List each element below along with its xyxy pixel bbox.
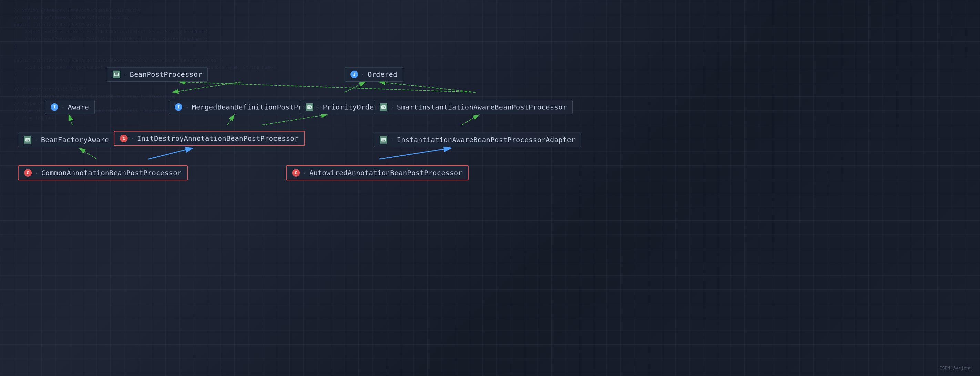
- separator: ·: [130, 135, 134, 142]
- node-label: Aware: [68, 103, 89, 111]
- node-label: AutowiredAnnotationBeanPostProcessor: [309, 169, 463, 177]
- node-Aware[interactable]: I · Aware: [45, 100, 95, 114]
- separator: ·: [316, 104, 320, 111]
- separator: ·: [390, 137, 394, 143]
- separator: ·: [185, 104, 189, 111]
- separator: ·: [61, 104, 65, 111]
- node-CommonAnnotationBeanPostProcessor[interactable]: C · CommonAnnotationBeanPostProcessor: [18, 165, 188, 181]
- svg-rect-22: [25, 138, 30, 141]
- grid-overlay: [0, 0, 980, 376]
- separator: ·: [123, 71, 127, 78]
- node-BeanFactoryAware[interactable]: · BeanFactoryAware: [18, 133, 115, 147]
- separator: ·: [35, 170, 38, 176]
- node-label: BeanPostProcessor: [130, 70, 202, 78]
- interface-icon: C: [24, 169, 32, 177]
- separator: ·: [303, 170, 306, 176]
- node-AutowiredAnnotationBeanPostProcessor[interactable]: C · AutowiredAnnotationBeanPostProcessor: [286, 165, 469, 181]
- watermark: CSDN @vrjohn: [939, 365, 972, 371]
- interface-icon: I: [175, 103, 182, 111]
- node-label: InstantiationAwareBeanPostProcessorAdapt…: [397, 136, 576, 144]
- interface-icon: I: [51, 103, 58, 111]
- class-icon: [24, 136, 31, 144]
- class-icon: [305, 103, 313, 111]
- node-label: BeanFactoryAware: [41, 136, 109, 144]
- svg-rect-16: [307, 106, 312, 108]
- node-label: SmartInstantiationAwareBeanPostProcessor: [397, 103, 567, 111]
- separator: ·: [390, 104, 394, 111]
- node-InitDestroyAnnotationBeanPostProcessor[interactable]: C · InitDestroyAnnotationBeanPostProcess…: [114, 131, 305, 146]
- class-icon: [380, 103, 387, 111]
- interface-icon: I: [350, 71, 358, 78]
- node-InstantiationAwareBeanPostProcessorAdapter[interactable]: · InstantiationAwareBeanPostProcessorAda…: [374, 133, 581, 147]
- node-label: CommonAnnotationBeanPostProcessor: [41, 169, 181, 177]
- svg-rect-13: [115, 73, 119, 76]
- interface-icon: C: [120, 135, 127, 142]
- separator: ·: [361, 71, 364, 78]
- interface-icon: C: [292, 169, 300, 177]
- separator: ·: [35, 137, 38, 143]
- class-icon: [113, 71, 120, 78]
- node-label: InitDestroyAnnotationBeanPostProcessor: [137, 134, 299, 143]
- node-label: Ordered: [368, 70, 397, 78]
- class-icon: [380, 136, 387, 144]
- node-SmartInstantiationAwareBeanPostProcessor[interactable]: · SmartInstantiationAwareBeanPostProcess…: [374, 100, 573, 114]
- node-BeanPostProcessor[interactable]: · BeanPostProcessor: [107, 67, 208, 82]
- svg-rect-19: [382, 106, 386, 108]
- node-Ordered[interactable]: I · Ordered: [345, 67, 403, 82]
- svg-rect-25: [382, 138, 386, 141]
